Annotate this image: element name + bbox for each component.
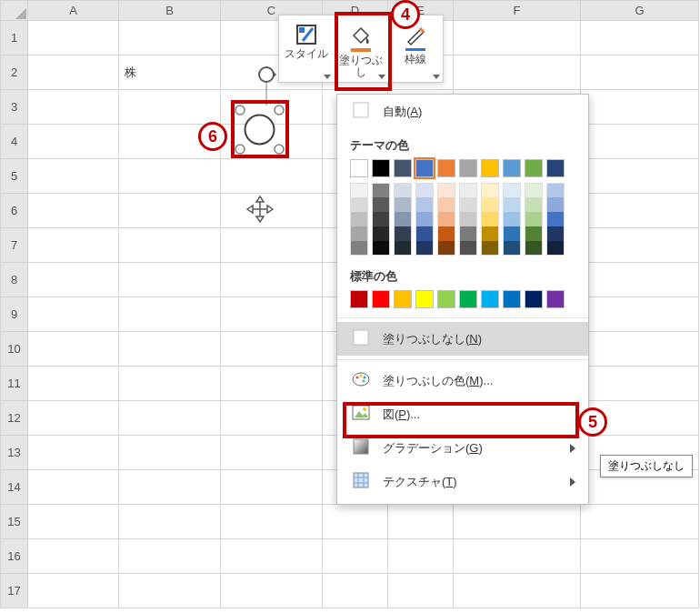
row-header-6[interactable]: 6 — [1, 194, 28, 228]
standard-swatch[interactable] — [503, 290, 521, 308]
more-colors-item[interactable]: 塗りつぶしの色(M)... — [337, 364, 588, 397]
standard-swatch[interactable] — [372, 290, 390, 308]
row-header-15[interactable]: 15 — [1, 505, 28, 539]
tint-swatch[interactable] — [546, 183, 565, 197]
no-fill-item[interactable]: 塗りつぶしなし(N) — [337, 322, 588, 356]
tint-swatch[interactable] — [459, 226, 477, 241]
tint-swatch[interactable] — [503, 241, 521, 256]
tint-swatch[interactable] — [437, 197, 455, 212]
tint-swatch[interactable] — [372, 226, 390, 241]
tint-swatch[interactable] — [394, 241, 412, 256]
tint-swatch[interactable] — [350, 226, 368, 241]
row-header-14[interactable]: 14 — [1, 470, 28, 505]
standard-swatch[interactable] — [546, 290, 565, 308]
theme-swatch[interactable] — [525, 159, 543, 177]
tint-swatch[interactable] — [394, 226, 412, 241]
row-header-8[interactable]: 8 — [1, 263, 28, 297]
tint-swatch[interactable] — [437, 183, 455, 197]
row-header-11[interactable]: 11 — [1, 367, 28, 401]
tint-swatch[interactable] — [372, 212, 390, 226]
tint-swatch[interactable] — [394, 212, 412, 226]
tint-swatch[interactable] — [481, 241, 499, 256]
tint-swatch[interactable] — [350, 197, 368, 212]
theme-swatch[interactable] — [503, 159, 521, 177]
col-header-B[interactable]: B — [119, 1, 221, 21]
tint-swatch[interactable] — [503, 197, 521, 212]
tint-swatch[interactable] — [525, 212, 543, 226]
tint-swatch[interactable] — [481, 212, 499, 226]
tint-swatch[interactable] — [459, 183, 477, 197]
tint-swatch[interactable] — [350, 183, 368, 197]
col-header-A[interactable]: A — [28, 1, 119, 21]
tint-swatch[interactable] — [459, 197, 477, 212]
col-header-G[interactable]: G — [581, 1, 699, 21]
row-header-17[interactable]: 17 — [1, 574, 28, 608]
selected-shape-circle[interactable] — [235, 105, 285, 155]
theme-swatch[interactable] — [459, 159, 477, 177]
tint-swatch[interactable] — [503, 226, 521, 241]
row-header-16[interactable]: 16 — [1, 539, 28, 574]
standard-swatch[interactable] — [481, 290, 499, 308]
tint-swatch[interactable] — [503, 183, 521, 197]
theme-swatch[interactable] — [437, 159, 455, 177]
tint-swatch[interactable] — [350, 241, 368, 256]
theme-swatch[interactable] — [394, 159, 412, 177]
auto-color-item[interactable]: 自動(A) — [337, 95, 588, 128]
cell-B2[interactable]: 株 — [119, 55, 221, 90]
tint-swatch[interactable] — [350, 212, 368, 226]
standard-swatch[interactable] — [415, 290, 434, 308]
theme-swatch[interactable] — [546, 159, 565, 177]
tint-swatch[interactable] — [525, 241, 543, 256]
tint-swatch[interactable] — [546, 241, 565, 256]
tint-swatch[interactable] — [372, 241, 390, 256]
tint-swatch[interactable] — [525, 197, 543, 212]
theme-swatch[interactable] — [372, 159, 390, 177]
col-header-F[interactable]: F — [454, 1, 581, 21]
tint-swatch[interactable] — [415, 183, 434, 197]
border-button[interactable]: 枠線 — [388, 15, 443, 82]
row-header-1[interactable]: 1 — [1, 21, 28, 55]
tint-swatch[interactable] — [481, 197, 499, 212]
tint-swatch[interactable] — [415, 212, 434, 226]
row-header-9[interactable]: 9 — [1, 297, 28, 332]
standard-swatch[interactable] — [394, 290, 412, 308]
theme-swatch[interactable] — [481, 159, 499, 177]
standard-swatch[interactable] — [459, 290, 477, 308]
tint-swatch[interactable] — [394, 183, 412, 197]
select-all-corner[interactable] — [1, 1, 28, 21]
tint-swatch[interactable] — [546, 212, 565, 226]
standard-swatch[interactable] — [525, 290, 543, 308]
tint-swatch[interactable] — [437, 226, 455, 241]
tint-swatch[interactable] — [525, 183, 543, 197]
standard-swatch[interactable] — [437, 290, 455, 308]
tint-swatch[interactable] — [394, 197, 412, 212]
picture-fill-item[interactable]: 図(P)... — [337, 397, 588, 431]
tint-swatch[interactable] — [372, 183, 390, 197]
row-header-10[interactable]: 10 — [1, 332, 28, 367]
tint-swatch[interactable] — [481, 226, 499, 241]
fill-button[interactable]: 塗りつぶし — [334, 15, 388, 82]
theme-swatch[interactable] — [350, 159, 368, 177]
row-header-4[interactable]: 4 — [1, 125, 28, 159]
tint-swatch[interactable] — [437, 241, 455, 256]
tint-swatch[interactable] — [459, 241, 477, 256]
theme-swatch[interactable] — [415, 159, 434, 177]
tint-swatch[interactable] — [546, 226, 565, 241]
row-header-13[interactable]: 13 — [1, 436, 28, 470]
tint-swatch[interactable] — [415, 241, 434, 256]
tint-swatch[interactable] — [415, 226, 434, 241]
row-header-5[interactable]: 5 — [1, 159, 28, 194]
row-header-12[interactable]: 12 — [1, 401, 28, 436]
style-button[interactable]: スタイル — [279, 15, 334, 82]
row-header-7[interactable]: 7 — [1, 228, 28, 263]
rotation-handle-icon[interactable] — [253, 65, 280, 106]
tint-swatch[interactable] — [415, 197, 434, 212]
tint-swatch[interactable] — [459, 212, 477, 226]
texture-fill-item[interactable]: テクスチャ(T) — [337, 465, 588, 498]
standard-swatch[interactable] — [350, 290, 368, 308]
row-header-3[interactable]: 3 — [1, 90, 28, 125]
tint-swatch[interactable] — [546, 197, 565, 212]
tint-swatch[interactable] — [481, 183, 499, 197]
gradient-fill-item[interactable]: グラデーション(G) — [337, 431, 588, 465]
tint-swatch[interactable] — [437, 212, 455, 226]
